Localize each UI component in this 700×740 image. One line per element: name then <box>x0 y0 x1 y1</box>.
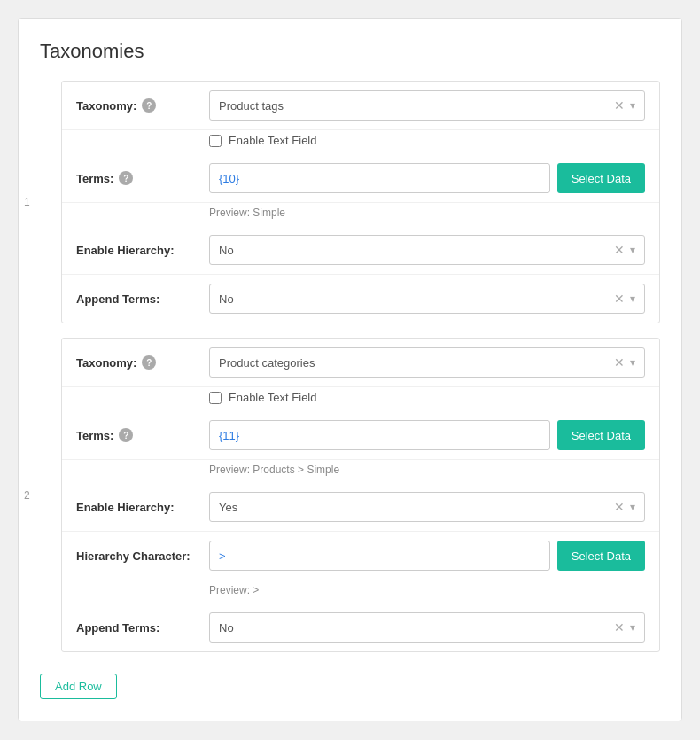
enable-hierarchy-2-select[interactable]: Yes ✕ ▾ <box>209 492 645 522</box>
terms-1-select-data-button[interactable]: Select Data <box>557 163 645 193</box>
enable-hierarchy-1-value: No <box>219 244 614 257</box>
hierarchy-char-input[interactable] <box>210 544 549 568</box>
section-2: Taxonomy: ? Product categories ✕ ▾ E <box>61 338 660 652</box>
taxonomy-2-help-icon[interactable]: ? <box>142 355 156 370</box>
enable-hierarchy-1-actions: ✕ ▾ <box>614 244 635 256</box>
append-terms-1-clear-icon[interactable]: ✕ <box>614 292 625 305</box>
append-terms-2-label: Append Terms: <box>76 621 209 635</box>
taxonomy-2-enable-text-checkbox[interactable] <box>209 392 222 404</box>
taxonomy-2-actions: ✕ ▾ <box>614 356 635 369</box>
section-2-wrap: 2 Taxonomy: ? Product categories ✕ ▾ <box>40 338 660 652</box>
terms-2-preview: Preview: Products > Simple <box>62 460 659 483</box>
page-container: Taxonomies 1 Taxonomy: ? Product tags ✕ … <box>18 18 682 721</box>
enable-hierarchy-1-content: No ✕ ▾ <box>209 235 645 265</box>
taxonomy-2-enable-text-label: Enable Text Field <box>229 391 317 404</box>
taxonomy-1-select[interactable]: Product tags ✕ ▾ <box>209 90 645 121</box>
taxonomy-2-arrow-icon[interactable]: ▾ <box>630 356 635 369</box>
terms-1-label: Terms: ? <box>76 171 209 185</box>
terms-1-input[interactable] <box>210 167 549 191</box>
enable-hierarchy-2-value: Yes <box>219 501 614 514</box>
terms-2-input[interactable] <box>210 424 549 448</box>
taxonomy-2-select[interactable]: Product categories ✕ ▾ <box>209 347 645 378</box>
taxonomy-2-row: Taxonomy: ? Product categories ✕ ▾ <box>62 339 659 387</box>
hierarchy-char-select-data-button[interactable]: Select Data <box>557 541 645 571</box>
taxonomy-1-row: Taxonomy: ? Product tags ✕ ▾ <box>62 82 659 130</box>
append-terms-1-select[interactable]: No ✕ ▾ <box>209 284 645 314</box>
append-terms-1-arrow-icon[interactable]: ▾ <box>630 292 635 305</box>
enable-hierarchy-2-arrow-icon[interactable]: ▾ <box>630 501 635 513</box>
taxonomy-1-clear-icon[interactable]: ✕ <box>614 99 625 112</box>
append-terms-2-actions: ✕ ▾ <box>614 621 635 634</box>
append-terms-1-label: Append Terms: <box>76 292 209 306</box>
enable-hierarchy-1-label: Enable Hierarchy: <box>76 244 209 257</box>
enable-hierarchy-2-content: Yes ✕ ▾ <box>209 492 645 522</box>
section-1: Taxonomy: ? Product tags ✕ ▾ Enable <box>61 81 660 323</box>
append-terms-2-arrow-icon[interactable]: ▾ <box>630 621 635 634</box>
append-terms-1-content: No ✕ ▾ <box>209 284 645 314</box>
terms-1-content: Select Data <box>209 163 645 193</box>
append-terms-1-value: No <box>219 292 614 306</box>
append-terms-2-content: No ✕ ▾ <box>209 612 645 643</box>
terms-2-content: Select Data <box>209 420 645 450</box>
taxonomy-1-content: Product tags ✕ ▾ <box>209 90 645 121</box>
enable-hierarchy-2-clear-icon[interactable]: ✕ <box>614 501 625 513</box>
terms-1-help-icon[interactable]: ? <box>119 171 133 185</box>
terms-1-row: Terms: ? Select Data <box>62 154 659 203</box>
hierarchy-char-input-wrap <box>209 541 550 571</box>
taxonomy-1-value: Product tags <box>219 99 614 113</box>
enable-hierarchy-2-actions: ✕ ▾ <box>614 501 635 513</box>
terms-1-preview: Preview: Simple <box>62 203 659 226</box>
enable-hierarchy-2-label: Enable Hierarchy: <box>76 501 209 514</box>
taxonomy-1-label: Taxonomy: ? <box>76 98 209 113</box>
taxonomy-1-enable-text-row: Enable Text Field <box>62 130 659 154</box>
enable-hierarchy-1-clear-icon[interactable]: ✕ <box>614 244 625 256</box>
add-row-button[interactable]: Add Row <box>40 674 117 699</box>
terms-1-input-wrap <box>209 163 550 193</box>
hierarchy-char-preview: Preview: > <box>62 580 659 604</box>
terms-2-row: Terms: ? Select Data <box>62 411 659 460</box>
taxonomy-2-label: Taxonomy: ? <box>76 355 209 370</box>
append-terms-2-select[interactable]: No ✕ ▾ <box>209 612 645 643</box>
terms-2-input-wrap <box>209 420 550 450</box>
taxonomy-1-enable-text-label: Enable Text Field <box>229 134 317 147</box>
terms-2-select-data-button[interactable]: Select Data <box>557 420 645 450</box>
append-terms-2-row: Append Terms: No ✕ ▾ <box>62 604 659 651</box>
taxonomy-1-enable-text-checkbox[interactable] <box>209 135 222 147</box>
enable-hierarchy-2-row: Enable Hierarchy: Yes ✕ ▾ <box>62 483 659 532</box>
hierarchy-char-content: Select Data <box>209 541 645 571</box>
append-terms-2-clear-icon[interactable]: ✕ <box>614 621 625 634</box>
section-2-number: 2 <box>24 489 30 502</box>
page-title: Taxonomies <box>40 40 660 63</box>
append-terms-2-value: No <box>219 621 614 635</box>
enable-hierarchy-1-arrow-icon[interactable]: ▾ <box>630 244 635 256</box>
taxonomy-1-actions: ✕ ▾ <box>614 99 635 112</box>
enable-hierarchy-1-select[interactable]: No ✕ ▾ <box>209 235 645 265</box>
hierarchy-char-row: Hierarchy Character: Select Data <box>62 532 659 580</box>
taxonomy-2-enable-text-row: Enable Text Field <box>62 387 659 411</box>
taxonomy-2-content: Product categories ✕ ▾ <box>209 347 645 378</box>
hierarchy-char-label: Hierarchy Character: <box>76 549 209 563</box>
enable-hierarchy-1-row: Enable Hierarchy: No ✕ ▾ <box>62 226 659 275</box>
append-terms-1-row: Append Terms: No ✕ ▾ <box>62 275 659 323</box>
terms-2-label: Terms: ? <box>76 428 209 442</box>
terms-2-help-icon[interactable]: ? <box>119 428 133 442</box>
section-1-wrap: 1 Taxonomy: ? Product tags ✕ ▾ <box>40 81 660 323</box>
section-1-number: 1 <box>24 196 30 208</box>
taxonomy-2-clear-icon[interactable]: ✕ <box>614 356 625 369</box>
taxonomy-1-arrow-icon[interactable]: ▾ <box>630 99 635 112</box>
taxonomy-2-value: Product categories <box>219 356 614 370</box>
append-terms-1-actions: ✕ ▾ <box>614 292 635 305</box>
taxonomy-1-help-icon[interactable]: ? <box>142 98 156 113</box>
